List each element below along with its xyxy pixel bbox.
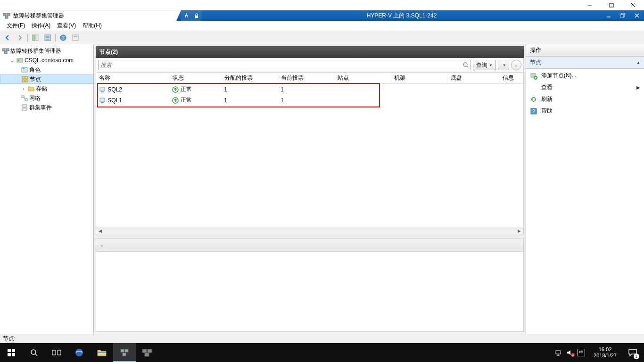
table-row[interactable]: SQL1正常11 [96, 95, 523, 106]
menu-action[interactable]: 操作(A) [29, 21, 53, 31]
tree-network[interactable]: 网络 [0, 93, 93, 103]
node-icon [99, 86, 106, 93]
svg-rect-74 [556, 351, 561, 354]
volume-tray-icon[interactable]: ✕ [566, 349, 574, 356]
taskbar-clock[interactable]: 16:02 2018/1/27 [589, 346, 621, 359]
node-name: SQL1 [107, 97, 122, 104]
parent-close-button[interactable] [622, 0, 644, 10]
svg-rect-72 [148, 349, 152, 353]
actions-title: 操作 [526, 44, 644, 57]
dropdown-icon: ▼ [489, 63, 493, 67]
tree-root[interactable]: 故障转移群集管理器 [0, 46, 93, 56]
center-title: 节点(2) [96, 46, 524, 58]
query-button-label: 查询 [476, 61, 487, 69]
svg-rect-23 [2, 49, 5, 51]
action-help-label: 帮助 [541, 107, 553, 115]
scroll-track[interactable] [104, 227, 515, 235]
expand-icon[interactable]: › [21, 86, 26, 91]
action-add-node[interactable]: 添加节点(N)... [526, 70, 644, 82]
properties-button[interactable] [42, 33, 53, 43]
svg-rect-30 [22, 76, 25, 79]
tree-events[interactable]: 群集事件 [0, 103, 93, 112]
horizontal-scrollbar[interactable]: ◀ ▶ [96, 227, 523, 235]
vm-restore-button[interactable] [616, 10, 630, 21]
svg-rect-46 [100, 87, 105, 91]
table-row[interactable]: SQL2正常11 [96, 84, 523, 95]
col-site[interactable]: 站点 [334, 73, 391, 84]
tree-storage[interactable]: › 存储 [0, 84, 93, 93]
tree-nodes-label: 节点 [30, 75, 41, 83]
network-tray-icon[interactable] [555, 349, 562, 356]
clear-button[interactable]: ⌄ [511, 60, 521, 70]
col-chassis[interactable]: 底盘 [447, 73, 499, 84]
col-current[interactable]: 当前投票 [278, 73, 334, 84]
tree-roles[interactable]: 角色 [0, 65, 93, 74]
nav-back-button[interactable] [2, 33, 13, 43]
expand-icon[interactable]: ⌄ [9, 58, 15, 63]
query-button[interactable]: 查询▼ [473, 60, 496, 70]
action-help[interactable]: ? 帮助 [526, 105, 644, 117]
search-input[interactable] [98, 60, 471, 70]
vm-close-button[interactable] [630, 10, 644, 21]
details-header[interactable]: ⌄ [96, 239, 523, 252]
svg-line-36 [24, 97, 25, 99]
taskbar-explorer[interactable] [91, 343, 113, 362]
toolbar-separator [27, 33, 28, 42]
node-icon [99, 97, 106, 104]
taskbar-cluster-manager[interactable] [113, 343, 136, 362]
start-button[interactable] [0, 343, 23, 362]
menu-file[interactable]: 文件(F) [4, 21, 28, 31]
actions-section[interactable]: 节点 ▲ [526, 57, 644, 69]
svg-line-63 [35, 354, 37, 356]
taskbar: ✕ 中 16:02 2018/1/27 1 [0, 343, 644, 362]
svg-rect-7 [195, 16, 198, 18]
show-hide-tree-button[interactable] [30, 33, 41, 43]
svg-rect-6 [5, 16, 8, 18]
status-up-icon [172, 86, 179, 93]
menu-help[interactable]: 帮助(H) [80, 21, 105, 31]
svg-text:?: ? [62, 35, 65, 41]
svg-rect-5 [7, 13, 10, 16]
parent-minimize-button[interactable] [579, 0, 601, 10]
col-status[interactable]: 状态 [169, 73, 221, 84]
tree-cluster-label: CSQL.contoso.com [25, 57, 74, 64]
help-button[interactable]: ? [58, 33, 69, 43]
parent-maximize-button[interactable] [601, 0, 622, 10]
search-button[interactable] [23, 343, 45, 362]
save-button[interactable]: ▼ [498, 60, 509, 70]
tree-nodes[interactable]: 节点 [0, 74, 93, 84]
lock-icon[interactable] [191, 10, 202, 21]
folder-icon [27, 85, 35, 92]
vm-minimize-button[interactable] [602, 10, 616, 21]
action-center-button[interactable]: 1 [621, 343, 644, 362]
col-rack[interactable]: 机架 [391, 73, 447, 84]
ime-indicator[interactable]: 中 [578, 349, 585, 356]
col-assigned[interactable]: 分配的投票 [221, 73, 278, 84]
scroll-left-icon[interactable]: ◀ [96, 227, 104, 235]
statusbar-text: 节点: [3, 335, 16, 343]
action-view[interactable]: 查看 ▶ [526, 82, 644, 93]
toolbar-extra-button[interactable] [70, 33, 81, 43]
details-body [96, 252, 523, 331]
svg-rect-73 [145, 353, 149, 356]
menu-view[interactable]: 查看(V) [54, 21, 79, 31]
svg-text:?: ? [532, 109, 535, 114]
svg-rect-4 [3, 13, 6, 16]
cluster-manager-icon [2, 47, 9, 55]
system-tray[interactable]: ✕ 中 [551, 349, 589, 356]
taskbar-ie[interactable] [68, 343, 91, 362]
action-refresh[interactable]: 刷新 [526, 93, 644, 105]
svg-rect-34 [22, 96, 24, 98]
col-info[interactable]: 信息 [499, 73, 523, 84]
svg-rect-58 [8, 349, 11, 352]
pin-icon[interactable] [181, 10, 191, 21]
task-view-button[interactable] [45, 343, 68, 362]
svg-rect-49 [100, 98, 105, 102]
svg-rect-14 [36, 35, 38, 41]
taskbar-server-manager[interactable] [136, 343, 158, 362]
scroll-right-icon[interactable]: ▶ [515, 227, 523, 235]
center-pane: 节点(2) 查询▼ ▼ ⌄ 名称 状态 分配的投票 当前投票 站点 机架 [94, 44, 526, 334]
tree-cluster[interactable]: ⌄ CSQL.contoso.com [0, 56, 93, 65]
nav-forward-button[interactable] [14, 33, 25, 43]
col-name[interactable]: 名称 [96, 73, 169, 84]
